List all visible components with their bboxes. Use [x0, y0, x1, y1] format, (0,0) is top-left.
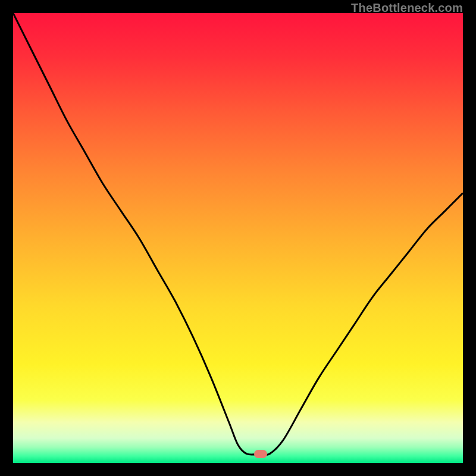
bottleneck-curve: [13, 13, 463, 463]
watermark-text: TheBottleneck.com: [351, 1, 463, 15]
plot-area: [13, 13, 463, 463]
chart-frame: TheBottleneck.com: [0, 0, 476, 476]
curve-path: [13, 13, 463, 455]
optimal-marker: [254, 450, 267, 458]
